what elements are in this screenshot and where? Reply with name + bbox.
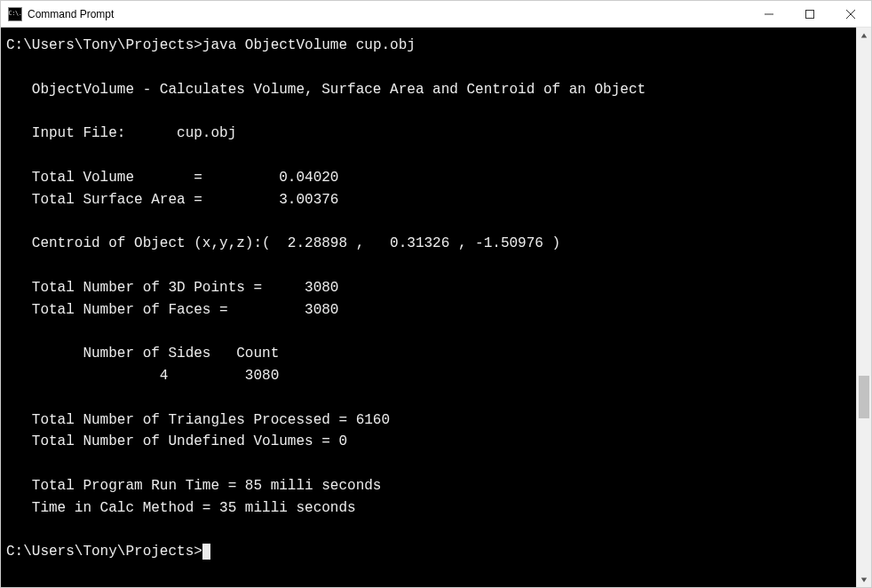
output-line: Input File: cup.obj	[6, 125, 236, 141]
minimize-button[interactable]	[749, 1, 789, 27]
output-line: Total Number of Triangles Processed = 61…	[6, 412, 390, 428]
prompt-line: C:\Users\Tony\Projects>	[6, 544, 210, 560]
maximize-icon	[805, 10, 814, 19]
cmd-icon: C:\.	[8, 7, 22, 21]
output-line: Total Program Run Time = 85 milli second…	[6, 478, 381, 494]
output-line: 4 3080	[6, 368, 279, 384]
output-line: Total Volume = 0.04020	[6, 170, 338, 186]
titlebar[interactable]: C:\. Command Prompt	[1, 1, 871, 28]
output-line: Centroid of Object (x,y,z):( 2.28898 , 0…	[6, 235, 560, 251]
vertical-scrollbar[interactable]	[856, 28, 871, 587]
window-controls	[749, 1, 871, 27]
scrollbar-track[interactable]	[857, 43, 871, 572]
cursor	[202, 544, 210, 560]
output-line: Total Number of Faces = 3080	[6, 302, 338, 318]
minimize-icon	[765, 10, 773, 19]
command-prompt-window: C:\. Command Prompt C:\Users\Tony\Projec…	[0, 0, 872, 588]
output-line: Total Number of Undefined Volumes = 0	[6, 433, 347, 449]
window-title: Command Prompt	[28, 8, 114, 20]
maximize-button[interactable]	[789, 1, 830, 27]
close-icon	[846, 10, 855, 19]
output-line: Total Surface Area = 3.00376	[6, 192, 338, 208]
console-area: C:\Users\Tony\Projects>java ObjectVolume…	[1, 28, 871, 587]
svg-marker-4	[861, 33, 867, 37]
svg-rect-1	[806, 10, 814, 18]
output-line: ObjectVolume - Calculates Volume, Surfac…	[6, 82, 646, 98]
chevron-up-icon	[860, 32, 868, 39]
scrollbar-thumb[interactable]	[859, 376, 869, 418]
chevron-down-icon	[860, 576, 868, 584]
output-line: Time in Calc Method = 35 milli seconds	[6, 500, 356, 516]
scroll-down-button[interactable]	[857, 572, 871, 587]
output-line: Total Number of 3D Points = 3080	[6, 280, 338, 296]
console-output[interactable]: C:\Users\Tony\Projects>java ObjectVolume…	[1, 28, 856, 587]
scroll-up-button[interactable]	[857, 28, 871, 43]
svg-marker-5	[861, 577, 867, 582]
output-line: Number of Sides Count	[6, 346, 279, 362]
prompt-line: C:\Users\Tony\Projects>java ObjectVolume…	[6, 37, 416, 53]
close-button[interactable]	[830, 1, 871, 27]
